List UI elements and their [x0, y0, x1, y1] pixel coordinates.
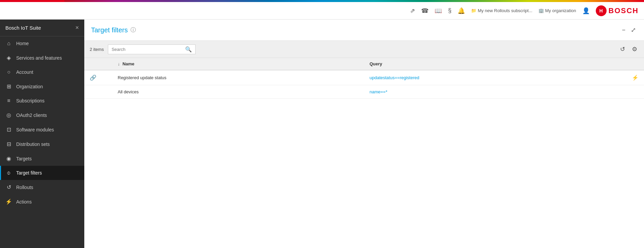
- sidebar: Bosch IoT Suite × ⌂ Home ◈ Services and …: [0, 20, 84, 248]
- sidebar-item-rollouts[interactable]: ↺ Rollouts: [0, 180, 84, 194]
- sidebar-item-home[interactable]: ⌂ Home: [0, 36, 84, 51]
- organization-icon: ⊞: [5, 83, 12, 90]
- item-count: 2 items: [90, 47, 104, 52]
- sidebar-item-actions[interactable]: ⚡ Actions: [0, 194, 84, 209]
- sidebar-item-distribution-sets[interactable]: ⊟ Distribution sets: [0, 137, 84, 151]
- distribution-sets-icon: ⊟: [5, 141, 12, 147]
- bosch-logo-text: BOSCH: [609, 6, 639, 15]
- bosch-logo: H BOSCH: [596, 5, 639, 16]
- sidebar-item-label-target-filters: Target filters: [16, 170, 42, 176]
- toolbar: 2 items 🔍 ↺ ⚙: [84, 41, 644, 58]
- organization-selector[interactable]: 🏢 My organization: [538, 8, 576, 13]
- subscription-folder-icon: 📁: [471, 8, 476, 13]
- search-icon: 🔍: [185, 46, 192, 53]
- refresh-button[interactable]: ↺: [619, 44, 626, 54]
- row-action-registered[interactable]: ⚡: [616, 70, 644, 85]
- sidebar-item-label-actions: Actions: [16, 199, 32, 205]
- page-title-row: Target filters ⓘ: [91, 26, 136, 34]
- sidebar-item-label-distribution-sets: Distribution sets: [16, 142, 50, 147]
- sidebar-item-subscriptions[interactable]: ≡ Subscriptions: [0, 94, 84, 108]
- header-right: ⇗ ☎ 📖 § 🔔 📁 My new Rollouts subscript...…: [410, 5, 639, 16]
- sidebar-item-label-targets: Targets: [16, 156, 32, 161]
- actions-icon: ⚡: [5, 198, 12, 205]
- subscription-selector[interactable]: 📁 My new Rollouts subscript...: [471, 8, 532, 13]
- share-icon[interactable]: ⇗: [410, 7, 415, 14]
- col-name-label: Name: [122, 61, 134, 66]
- sidebar-title: Bosch IoT Suite: [5, 25, 41, 31]
- page-info-icon[interactable]: ⓘ: [130, 27, 136, 34]
- col-header-query: Query: [364, 58, 616, 70]
- sidebar-item-oauth2-clients[interactable]: ◎ OAuth2 clients: [0, 108, 84, 122]
- book-icon[interactable]: 📖: [435, 7, 442, 14]
- row-name-all-devices: All devices: [112, 85, 364, 99]
- user-icon[interactable]: 👤: [582, 7, 590, 14]
- content-area: Target filters ⓘ − ⤢ 2 items 🔍 ↺ ⚙: [84, 20, 644, 248]
- table-header-row: ↓ Name Query: [84, 58, 644, 70]
- sidebar-item-label-home: Home: [16, 41, 29, 46]
- sidebar-close-button[interactable]: ×: [75, 24, 79, 31]
- bosch-logo-icon: H: [596, 5, 607, 16]
- table-row: All devices name==*: [84, 85, 644, 99]
- sidebar-item-target-filters[interactable]: ⌽ Target filters: [0, 166, 84, 180]
- sidebar-item-label-services: Services and features: [16, 55, 62, 61]
- target-filters-table: ↓ Name Query 🔗 Registered u: [84, 58, 644, 99]
- search-input[interactable]: [112, 47, 185, 52]
- row-icon-all-devices: [84, 85, 112, 99]
- col-header-action: [616, 58, 644, 70]
- col-header-icon: [84, 58, 112, 70]
- settings-button[interactable]: ⚙: [631, 44, 639, 54]
- sort-arrow-name: ↓: [118, 61, 120, 66]
- subscription-label: My new Rollouts subscript...: [478, 8, 532, 13]
- sidebar-item-targets[interactable]: ◉ Targets: [0, 151, 84, 166]
- minimize-button[interactable]: −: [620, 25, 627, 35]
- subscriptions-icon: ≡: [5, 98, 12, 104]
- page-header-actions: − ⤢: [620, 25, 637, 35]
- page-header: Target filters ⓘ − ⤢: [84, 20, 644, 41]
- sidebar-header: Bosch IoT Suite ×: [0, 20, 84, 36]
- sidebar-item-label-rollouts: Rollouts: [16, 185, 33, 190]
- sidebar-item-account[interactable]: ○ Account: [0, 65, 84, 79]
- expand-button[interactable]: ⤢: [630, 25, 637, 35]
- sidebar-item-label-oauth2: OAuth2 clients: [16, 113, 47, 118]
- home-icon: ⌂: [5, 40, 12, 46]
- row-query-all-devices: name==*: [364, 85, 616, 99]
- phone-icon[interactable]: ☎: [421, 7, 429, 14]
- org-label: My organization: [545, 8, 576, 13]
- table-row: 🔗 Registered update status updatestatus=…: [84, 70, 644, 85]
- row-action-all-devices: [616, 85, 644, 99]
- page-title: Target filters: [91, 26, 128, 34]
- rollouts-icon: ↺: [5, 184, 12, 190]
- sidebar-item-label-account: Account: [16, 69, 33, 75]
- billing-icon[interactable]: §: [448, 7, 451, 14]
- org-icon: 🏢: [538, 8, 544, 13]
- sidebar-item-software-modules[interactable]: ⊡ Software modules: [0, 122, 84, 137]
- link-icon: 🔗: [90, 75, 96, 81]
- sidebar-item-label-subscriptions: Subscriptions: [16, 98, 45, 103]
- row-icon-registered: 🔗: [84, 70, 112, 85]
- sidebar-item-label-organization: Organization: [16, 84, 43, 89]
- sidebar-item-label-software-modules: Software modules: [16, 127, 54, 132]
- oauth2-icon: ◎: [5, 112, 12, 118]
- app-header: ⇗ ☎ 📖 § 🔔 📁 My new Rollouts subscript...…: [0, 2, 644, 20]
- sidebar-item-organization[interactable]: ⊞ Organization: [0, 79, 84, 94]
- software-modules-icon: ⊡: [5, 126, 12, 133]
- table-container: ↓ Name Query 🔗 Registered u: [84, 58, 644, 248]
- row-query-registered: updatestatus==registered: [364, 70, 616, 85]
- account-icon: ○: [5, 69, 12, 75]
- row-action-icon-registered[interactable]: ⚡: [632, 75, 639, 81]
- target-filters-icon: ⌽: [5, 170, 12, 176]
- sidebar-item-services-and-features[interactable]: ◈ Services and features: [0, 51, 84, 65]
- search-container: 🔍: [108, 44, 196, 54]
- targets-icon: ◉: [5, 155, 12, 162]
- services-icon: ◈: [5, 55, 12, 61]
- main-layout: Bosch IoT Suite × ⌂ Home ◈ Services and …: [0, 20, 644, 248]
- col-query-label: Query: [370, 61, 382, 66]
- col-header-name[interactable]: ↓ Name: [112, 58, 364, 70]
- notification-icon[interactable]: 🔔: [458, 7, 465, 14]
- row-name-registered: Registered update status: [112, 70, 364, 85]
